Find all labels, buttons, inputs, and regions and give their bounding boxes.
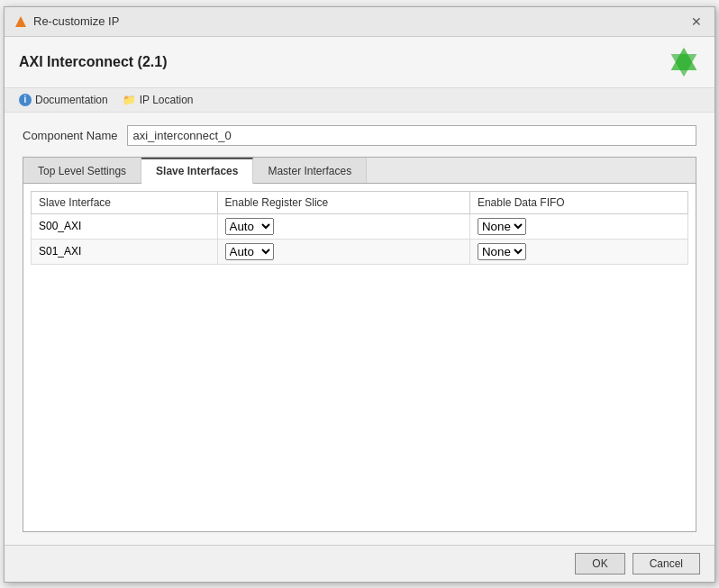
toolbar: i Documentation 📁 IP Location [5, 88, 714, 113]
col-slave-interface: Slave Interface [32, 191, 218, 213]
cell-register-slice: AutoNoneRegLight [217, 213, 469, 239]
cell-register-slice: AutoNoneRegLight [217, 239, 469, 264]
title-bar: Re-customize IP ✕ [5, 7, 714, 37]
ip-location-label: IP Location [140, 94, 194, 106]
cell-data-fifo: None02481632 [469, 239, 687, 264]
cancel-button[interactable]: Cancel [633, 553, 700, 574]
ip-location-button[interactable]: 📁 IP Location [123, 94, 194, 106]
app-title: AXI Interconnect (2.1) [19, 54, 167, 70]
main-window: Re-customize IP ✕ AXI Interconnect (2.1)… [4, 6, 715, 583]
component-name-row: Component Name [23, 125, 696, 146]
component-name-input[interactable] [127, 125, 697, 146]
xilinx-logo [668, 46, 700, 78]
interfaces-table: Slave Interface Enable Register Slice En… [31, 191, 688, 265]
folder-icon: 📁 [123, 94, 136, 106]
ok-button[interactable]: OK [575, 553, 624, 574]
close-button[interactable]: ✕ [687, 13, 705, 31]
tab-slave-label: Slave Interfaces [156, 165, 238, 177]
tab-master-interfaces[interactable]: Master Interfaces [253, 158, 367, 183]
col-enable-register-slice: Enable Register Slice [217, 191, 469, 213]
register-slice-select[interactable]: AutoNoneRegLight [225, 218, 274, 235]
tab-master-label: Master Interfaces [268, 165, 351, 177]
header-section: AXI Interconnect (2.1) [5, 37, 714, 88]
component-name-label: Component Name [23, 129, 118, 142]
cell-data-fifo: None02481632 [469, 213, 687, 239]
col-enable-data-fifo: Enable Data FIFO [469, 191, 687, 213]
footer: OK Cancel [5, 545, 714, 582]
documentation-button[interactable]: i Documentation [19, 94, 108, 106]
cell-interface-name: S01_AXI [32, 239, 218, 264]
tab-slave-interfaces[interactable]: Slave Interfaces [141, 158, 253, 184]
table-row: S01_AXIAutoNoneRegLightNone02481632 [32, 239, 688, 264]
register-slice-select[interactable]: AutoNoneRegLight [225, 243, 274, 260]
tab-top-level-label: Top Level Settings [38, 165, 126, 177]
window-title: Re-customize IP [33, 14, 119, 28]
content-area: Component Name Top Level Settings Slave … [5, 113, 714, 545]
tabs-panel: Top Level Settings Slave Interfaces Mast… [23, 157, 696, 532]
app-icon [14, 14, 28, 29]
documentation-label: Documentation [35, 94, 108, 106]
data-fifo-select[interactable]: None02481632 [478, 243, 526, 260]
info-icon: i [19, 94, 32, 106]
title-bar-left: Re-customize IP [14, 14, 119, 29]
tab-top-level-settings[interactable]: Top Level Settings [23, 158, 141, 183]
data-fifo-select[interactable]: None02481632 [478, 218, 526, 235]
table-container: Slave Interface Enable Register Slice En… [23, 184, 696, 531]
table-row: S00_AXIAutoNoneRegLightNone02481632 [32, 213, 688, 239]
cell-interface-name: S00_AXI [32, 213, 218, 239]
tabs-header: Top Level Settings Slave Interfaces Mast… [23, 158, 696, 184]
svg-marker-0 [15, 16, 26, 27]
